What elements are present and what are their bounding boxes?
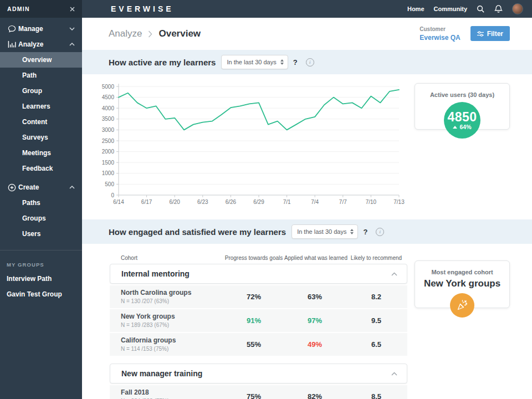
sidebar-header: ADMIN: [0, 0, 82, 18]
engaged-learners-band: How engaged and satisfied were my learne…: [82, 219, 532, 244]
svg-text:6/17: 6/17: [141, 199, 152, 205]
sidebar-item-users[interactable]: Users: [0, 226, 82, 242]
progress-cell: 72%: [223, 293, 284, 301]
filter-sliders-icon: [477, 31, 484, 37]
cohort-n: N = 234 /302 (77%): [121, 397, 223, 399]
chevron-up-icon[interactable]: [391, 272, 397, 276]
sidebar-divider: [0, 250, 82, 250]
sidebar-item-gavin-test-group[interactable]: Gavin Test Group: [0, 287, 82, 302]
cohort-n: N = 114 /153 (75%): [121, 345, 223, 353]
svg-text:2500: 2500: [102, 138, 115, 144]
sidebar-item-learners[interactable]: Learners: [0, 99, 82, 114]
applied-cell: 63%: [284, 293, 345, 301]
table-row[interactable]: Fall 2018 N = 234 /302 (77%) 75% 82% 8.5: [110, 385, 407, 399]
cohort-name: New York groups: [121, 313, 223, 320]
col-header-recommend: Likely to recommend: [345, 255, 407, 261]
most-engaged-title: Most engaged cohort: [415, 261, 509, 275]
nav-community-link[interactable]: Community: [434, 6, 468, 12]
header-right: Customer Everwise QA Filter: [420, 26, 510, 42]
cohort-name: Fall 2018: [121, 388, 223, 396]
date-range-select-engaged[interactable]: In the last 30 days: [291, 224, 358, 239]
svg-text:4500: 4500: [102, 94, 115, 100]
active-learners-band: How active are my learners In the last 3…: [82, 50, 532, 74]
section-title-active: How active are my learners: [109, 58, 216, 67]
sidebar-item-paths[interactable]: Paths: [0, 195, 82, 211]
activity-line-chart: 0500100015002000250030003500400045005000…: [91, 80, 423, 213]
search-icon[interactable]: [477, 5, 485, 13]
group-card-new-manager-training[interactable]: New manager training: [110, 364, 407, 383]
chevron-up-icon[interactable]: [391, 372, 397, 376]
svg-text:7/1: 7/1: [283, 199, 291, 205]
table-row[interactable]: New York groups N = 189 /283 (67%) 91% 9…: [110, 309, 407, 332]
sidebar-item-manage[interactable]: Manage: [0, 21, 82, 37]
svg-text:6/29: 6/29: [253, 199, 264, 205]
cohort-name-cell: Fall 2018 N = 234 /302 (77%): [110, 388, 223, 399]
plus-circle-icon: [8, 183, 18, 192]
sidebar-menu: Manage Analyze Overview Path Group Learn…: [0, 18, 82, 302]
close-icon[interactable]: [70, 7, 75, 12]
sidebar: ADMIN Manage Analyze Overview Path Group: [0, 0, 82, 399]
svg-text:7/7: 7/7: [339, 199, 347, 205]
svg-text:3000: 3000: [102, 127, 115, 133]
breadcrumb-analyze[interactable]: Analyze: [109, 28, 142, 39]
active-users-card: Active users (30 days) 4850 64%: [415, 83, 510, 130]
bar-chart-icon: [8, 40, 18, 48]
table-row[interactable]: North Carolina groups N = 130 /207 (63%)…: [110, 285, 407, 308]
topbar-actions: Home Community: [407, 3, 523, 14]
sidebar-item-group[interactable]: Group: [0, 83, 82, 99]
table-row[interactable]: California groups N = 114 /153 (75%) 55%…: [110, 333, 407, 356]
cohort-n: N = 189 /283 (67%): [121, 321, 223, 329]
svg-text:7/4: 7/4: [311, 199, 319, 205]
svg-text:2000: 2000: [102, 149, 115, 155]
breadcrumb-separator-icon: [148, 30, 152, 38]
select-arrows-icon: [280, 59, 284, 65]
party-popper-icon: [456, 299, 469, 312]
active-users-delta-value: 64%: [459, 124, 471, 130]
chevron-up-icon: [69, 43, 75, 46]
sidebar-item-path[interactable]: Path: [0, 68, 82, 83]
cohort-name: North Carolina groups: [121, 289, 223, 296]
active-users-badge: 4850 64%: [444, 102, 480, 139]
group-name: Internal mentoring: [121, 269, 190, 278]
user-avatar[interactable]: [512, 3, 523, 14]
most-engaged-card: Most engaged cohort New York groups: [415, 260, 510, 308]
speech-bubble-icon: [8, 25, 18, 33]
sidebar-item-content[interactable]: Content: [0, 114, 82, 130]
filter-button[interactable]: Filter: [470, 26, 510, 41]
date-range-select[interactable]: In the last 30 days: [221, 55, 288, 69]
active-users-card-title: Active users (30 days): [415, 84, 509, 98]
recommend-cell: 8.2: [345, 293, 407, 301]
sidebar-item-create[interactable]: Create: [0, 180, 82, 195]
help-link[interactable]: ?: [293, 58, 298, 66]
active-users-delta: 64%: [453, 124, 471, 130]
notifications-bell-icon[interactable]: [494, 4, 503, 13]
sidebar-item-meetings[interactable]: Meetings: [0, 145, 82, 161]
sidebar-item-interview-path[interactable]: Interview Path: [0, 271, 82, 287]
info-icon[interactable]: i: [306, 58, 314, 66]
sidebar-item-groups[interactable]: Groups: [0, 211, 82, 226]
info-icon[interactable]: i: [376, 228, 384, 236]
page-title: Overview: [158, 28, 201, 39]
sidebar-item-analyze[interactable]: Analyze: [0, 37, 82, 52]
sidebar-item-feedback[interactable]: Feedback: [0, 161, 82, 176]
admin-title: ADMIN: [7, 6, 30, 12]
svg-text:7/13: 7/13: [393, 199, 405, 205]
svg-text:1500: 1500: [102, 160, 115, 166]
date-range-value: In the last 30 days: [297, 228, 346, 235]
svg-text:7/10: 7/10: [366, 199, 377, 205]
recommend-cell: 8.5: [345, 392, 407, 399]
sidebar-item-overview[interactable]: Overview: [0, 52, 82, 68]
nav-home-link[interactable]: Home: [407, 6, 424, 12]
col-header-cohort: Cohort: [110, 255, 223, 261]
help-link[interactable]: ?: [363, 228, 367, 236]
cohort-name-cell: New York groups N = 189 /283 (67%): [110, 313, 223, 329]
activity-chart-section: 0500100015002000250030003500400045005000…: [82, 74, 532, 219]
recommend-cell: 9.5: [345, 316, 407, 325]
main-content: Analyze Overview Customer Everwise QA Fi…: [82, 18, 532, 399]
sidebar-item-label: Manage: [18, 25, 43, 33]
sidebar-item-surveys[interactable]: Surveys: [0, 130, 82, 145]
group-card-internal-mentoring[interactable]: Internal mentoring: [110, 264, 407, 284]
progress-cell: 91%: [223, 316, 284, 325]
svg-text:6/23: 6/23: [197, 199, 208, 205]
customer-value-link[interactable]: Everwise QA: [420, 34, 460, 42]
